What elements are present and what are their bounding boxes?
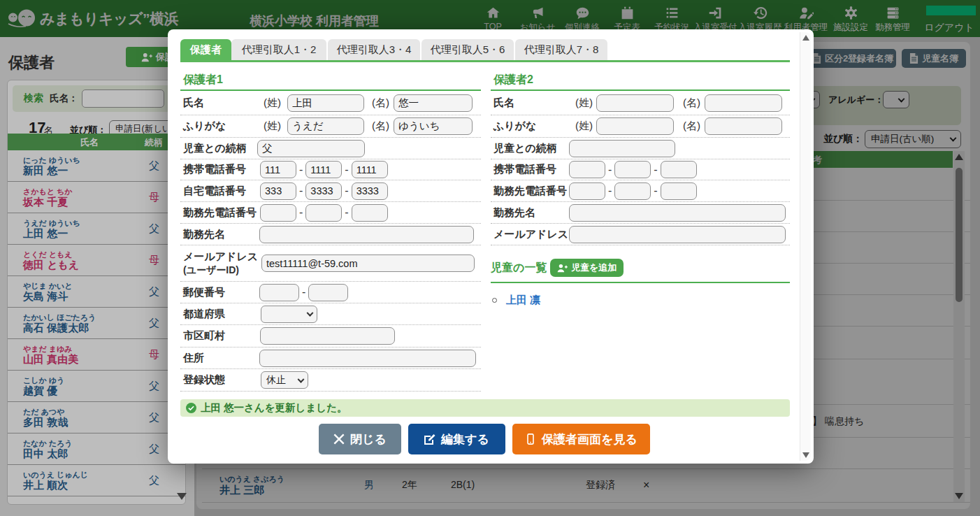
g2-sei-label-text: (姓) — [575, 120, 593, 133]
g1-mobile1-input[interactable] — [260, 161, 296, 178]
g1-sei-input[interactable] — [287, 94, 364, 112]
g1-zip2-input[interactable] — [308, 284, 348, 301]
g1-workphone1-input[interactable] — [260, 204, 296, 222]
g1-kana-sei-input[interactable] — [287, 117, 364, 135]
form-row-mobile: 携帯電話番号 - - — [180, 159, 481, 180]
g1-mail-label2-text: (ユーザーID) — [183, 264, 239, 275]
g1-home3-input[interactable] — [352, 182, 388, 200]
tab-proxy-7-8[interactable]: 代理引取人7・8 — [515, 39, 607, 60]
form-row-kana: ふりがな (姓) (名) — [491, 115, 790, 138]
view-guardian-screen-button[interactable]: 保護者画面を見る — [512, 424, 650, 454]
g1-workphone-label-text: 勤務先電話番号 — [180, 206, 261, 220]
child-list-item: 上田 凛 — [492, 294, 540, 307]
g2-workphone3-input[interactable] — [661, 182, 697, 200]
phone-separator: - — [654, 164, 657, 176]
add-child-button[interactable]: 児童を追加 — [550, 259, 624, 277]
guardian2-heading: 保護者2 — [491, 71, 790, 89]
g2-sei-input[interactable] — [596, 94, 674, 112]
g1-kana-mei-input[interactable] — [394, 117, 473, 135]
g2-mail-label-text: メールアドレス — [491, 228, 571, 241]
phone-separator: - — [345, 185, 348, 197]
form-row-name: 氏名 (姓) (名) — [180, 91, 481, 115]
g2-relation-input[interactable] — [569, 140, 675, 157]
form-row-work-phone: 勤務先電話番号 - - — [180, 202, 481, 224]
form-row-workname: 勤務先名 — [180, 224, 481, 245]
phone-separator: - — [608, 164, 612, 176]
form-row-mail: メールアドレス — [491, 224, 790, 245]
g1-mei-label-text: (名) — [372, 120, 389, 133]
g2-mobile2-input[interactable] — [614, 161, 651, 178]
close-button[interactable]: 閉じる — [319, 424, 401, 454]
g1-city-label-text: 市区町村 — [180, 329, 261, 343]
g1-mobile-label-text: 携帯電話番号 — [180, 163, 261, 176]
g1-relation-input[interactable] — [257, 140, 365, 157]
g1-sei-label-text: (姓) — [264, 96, 281, 110]
edit-button[interactable]: 編集する — [408, 424, 505, 454]
g2-workname-input[interactable] — [569, 204, 786, 222]
tab-proxy-1-2[interactable]: 代理引取人1・2 — [231, 39, 326, 60]
tab-proxy-3-4[interactable]: 代理引取人3・4 — [328, 39, 420, 60]
g2-workname-label-text: 勤務先名 — [491, 206, 571, 220]
g1-status-select[interactable]: 休止 — [261, 371, 308, 389]
g1-pref-select[interactable] — [261, 306, 317, 323]
circle-bullet-icon — [492, 298, 497, 303]
g1-zip-label-text: 郵便番号 — [180, 286, 261, 299]
g1-sei-label-text: (姓) — [264, 120, 281, 133]
g1-city-input[interactable] — [260, 327, 395, 345]
g1-status-label-text: 登録状態 — [180, 373, 261, 387]
phone-separator: - — [345, 206, 348, 219]
g1-mobile2-input[interactable] — [305, 161, 342, 178]
g2-mei-input[interactable] — [705, 94, 782, 112]
form-row-kana: ふりがな (姓) (名) — [180, 115, 481, 138]
edit-pencil-icon — [424, 433, 435, 445]
scroll-down-arrow-icon[interactable] — [802, 452, 809, 458]
modal-scrollbar[interactable] — [800, 32, 811, 461]
g1-workphone2-input[interactable] — [305, 204, 342, 222]
g1-workname-input[interactable] — [259, 226, 474, 243]
g2-kana-label-text: ふりがな — [491, 120, 571, 133]
children-list-heading: 児童の一覧 — [491, 261, 547, 275]
modal-button-row: 閉じる 編集する 保護者画面を見る — [161, 424, 807, 454]
g1-mei-input[interactable] — [394, 94, 473, 112]
child-name-link[interactable]: 上田 凛 — [506, 294, 540, 307]
children-section-add-button-text: 児童を追加 — [571, 261, 617, 274]
g1-addr-input[interactable] — [259, 350, 476, 367]
g1-mail-label-text: メールアドレス — [183, 250, 258, 262]
g2-mobile3-input[interactable] — [661, 161, 697, 178]
person-add-icon — [557, 264, 568, 273]
g2-workphone2-input[interactable] — [614, 182, 651, 200]
g1-pref-label-text: 都道府県 — [180, 308, 261, 321]
buttons-view-text: 保護者画面を見る — [542, 431, 637, 447]
modal-tabs: 保護者 代理引取人1・2 代理引取人3・4 代理引取人5・6 代理引取人7・8 — [180, 39, 802, 62]
g1-home1-input[interactable] — [260, 182, 296, 200]
g1-status-text: 休止 — [266, 374, 286, 387]
buttons-close-text: 閉じる — [350, 431, 387, 447]
g1-mail-input[interactable] — [261, 255, 475, 272]
form-row-work-phone: 勤務先電話番号 - - — [491, 180, 790, 202]
g1-name-label-text: 氏名 — [180, 96, 261, 110]
tab-underline — [180, 60, 790, 62]
g2-mobile1-input[interactable] — [569, 161, 605, 178]
g2-kana-mei-input[interactable] — [705, 117, 782, 135]
g2-workphone1-input[interactable] — [569, 182, 605, 200]
g1-relation-label-text: 児童との続柄 — [180, 142, 261, 155]
g1-home2-input[interactable] — [305, 182, 342, 200]
scroll-up-arrow-icon[interactable] — [802, 35, 809, 41]
field-label: メールアドレス(ユーザーID) — [180, 250, 261, 277]
form-row-mobile: 携帯電話番号 - - — [491, 159, 790, 180]
phone-separator: - — [608, 185, 612, 197]
g2-mail-input[interactable] — [569, 226, 786, 243]
chevron-down-icon — [298, 375, 305, 382]
g1-mobile3-input[interactable] — [352, 161, 388, 178]
g1-mei-label-text: (名) — [372, 96, 389, 110]
g2-name-label-text: 氏名 — [491, 96, 571, 110]
tab-guardian[interactable]: 保護者 — [180, 39, 231, 60]
tab-proxy-5-6[interactable]: 代理引取人5・6 — [421, 39, 514, 60]
g2-kana-sei-input[interactable] — [596, 117, 674, 135]
form-row-relation: 児童との続柄 — [180, 138, 481, 159]
phone-separator: - — [345, 164, 348, 176]
form-row-addr: 住所 — [180, 347, 481, 369]
g1-workphone3-input[interactable] — [352, 204, 388, 222]
form-row-zip: 郵便番号 - — [180, 282, 481, 303]
g1-zip1-input[interactable] — [259, 284, 299, 301]
